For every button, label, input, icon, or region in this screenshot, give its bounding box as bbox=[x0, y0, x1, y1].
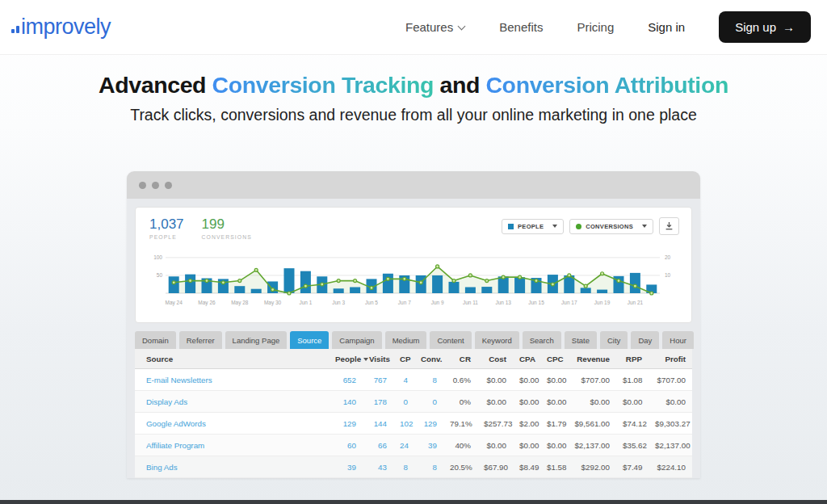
x-axis-tick: Jun 9 bbox=[431, 300, 444, 305]
line-point bbox=[650, 292, 653, 295]
value-cell: 144 bbox=[363, 412, 393, 434]
line-point bbox=[419, 280, 422, 284]
next-section-edge bbox=[0, 500, 827, 504]
col-header-rpp: RPP bbox=[616, 349, 649, 369]
table-row: Bing Ads39438820.5%$67.90$8.49$1.58$292.… bbox=[135, 456, 692, 477]
value-cell: $292.00 bbox=[568, 456, 616, 477]
value-cell: 8 bbox=[393, 456, 414, 477]
line-point bbox=[485, 279, 489, 282]
stat-label: CONVERSIONS bbox=[202, 234, 252, 240]
bar-people bbox=[630, 273, 640, 293]
download-icon bbox=[665, 221, 674, 230]
nav-item-pricing[interactable]: Pricing bbox=[577, 20, 614, 34]
nav-items: FeaturesBenefitsPricing bbox=[405, 20, 614, 34]
source-link-cell: Bing Ads bbox=[135, 456, 329, 477]
bar-people bbox=[581, 288, 591, 293]
value-cell: $7.49 bbox=[616, 456, 649, 477]
bar-people bbox=[449, 282, 460, 293]
value-cell: $2,137.00 bbox=[568, 434, 616, 456]
line-point bbox=[601, 271, 604, 275]
tab-landing-page: Landing Page bbox=[225, 331, 288, 349]
left-axis-tick: 50 bbox=[157, 272, 163, 278]
nav-item-benefits[interactable]: Benefits bbox=[499, 20, 543, 34]
value-cell: 0.6% bbox=[443, 368, 477, 390]
tab-hour: Hour bbox=[662, 331, 694, 349]
line-point bbox=[271, 288, 275, 291]
table-row: Affiliate Program6066243940%$0.00$0.00$0… bbox=[135, 434, 692, 456]
col-header-cpa: CPA bbox=[513, 349, 540, 369]
x-axis-tick: Jun 7 bbox=[398, 300, 411, 305]
value-cell: 20.5% bbox=[443, 456, 477, 477]
traffic-chart: 100502010May 24May 26May 28May 30Jun 1Ju… bbox=[148, 245, 679, 317]
value-cell: $0.00 bbox=[513, 434, 540, 456]
tab-day: Day bbox=[631, 331, 659, 349]
x-axis-tick: Jun 21 bbox=[628, 300, 644, 305]
x-axis-tick: Jun 1 bbox=[299, 300, 312, 305]
tab-content: Content bbox=[430, 331, 471, 349]
x-axis-tick: Jun 11 bbox=[463, 300, 478, 305]
improvely-logo[interactable]: improvely bbox=[11, 16, 111, 38]
value-cell: $0.00 bbox=[540, 390, 568, 412]
tab-medium: Medium bbox=[385, 331, 427, 349]
source-link-cell: E-mail Newsletters bbox=[135, 368, 329, 390]
col-header-conv: Conv. bbox=[414, 349, 443, 369]
nav-item-features[interactable]: Features bbox=[405, 20, 465, 34]
source-link-cell: Display Ads bbox=[135, 390, 329, 412]
value-cell: $0.00 bbox=[540, 434, 568, 456]
title-part: Advanced bbox=[99, 72, 212, 98]
value-cell: 129 bbox=[329, 412, 363, 434]
x-axis-tick: Jun 19 bbox=[594, 300, 611, 305]
series-select-label: PEOPLE bbox=[518, 223, 544, 230]
value-cell: 102 bbox=[393, 412, 414, 434]
value-cell: $224.10 bbox=[649, 456, 692, 477]
tab-campaign: Campaign bbox=[332, 331, 381, 349]
bar-people bbox=[432, 275, 443, 293]
bar-people bbox=[251, 288, 262, 292]
source-report-table: SourcePeopleVisitsCPConv.CRCostCPACPCRev… bbox=[135, 349, 692, 478]
line-point bbox=[551, 283, 554, 286]
bar-people bbox=[169, 276, 179, 293]
bar-people bbox=[234, 286, 245, 293]
nav-item-label: Features bbox=[405, 20, 453, 34]
right-axis-tick: 20 bbox=[665, 254, 671, 260]
window-dot-icon bbox=[165, 182, 172, 189]
sign-up-button[interactable]: Sign up → bbox=[719, 11, 811, 43]
table-body: E-mail Newsletters652767480.6%$0.00$0.00… bbox=[135, 368, 692, 477]
value-cell: $2.00 bbox=[513, 412, 540, 434]
series-select-people: PEOPLE bbox=[502, 219, 564, 234]
stat-value: 199 bbox=[202, 217, 252, 233]
nav-links: FeaturesBenefitsPricing Sign in Sign up … bbox=[405, 11, 811, 43]
line-point bbox=[189, 279, 192, 282]
value-cell: $0.00 bbox=[540, 368, 568, 390]
value-cell: 40% bbox=[443, 434, 477, 456]
bar-people bbox=[185, 274, 195, 292]
nav-item-label: Pricing bbox=[577, 20, 614, 34]
hero-section: Advanced Conversion Tracking and Convers… bbox=[0, 55, 827, 124]
value-cell: $707.00 bbox=[649, 368, 692, 390]
page-subtitle: Track clicks, conversions and revenue fr… bbox=[0, 106, 827, 124]
tab-referrer: Referrer bbox=[179, 331, 222, 349]
value-cell: $0.00 bbox=[616, 390, 649, 412]
line-point bbox=[436, 265, 439, 268]
tab-search: Search bbox=[523, 331, 561, 349]
col-header-cost: Cost bbox=[477, 349, 513, 369]
value-cell: $257.73 bbox=[477, 412, 513, 434]
table-row: Display Ads140178000%$0.00$0.00$0.00$0.0… bbox=[135, 390, 692, 412]
bar-people bbox=[334, 288, 344, 293]
value-cell: $0.00 bbox=[477, 368, 513, 390]
table-row: Google AdWords12914410212979.1%$257.73$2… bbox=[135, 412, 692, 434]
caret-down-icon bbox=[642, 225, 647, 228]
stat-value: 1,037 bbox=[149, 217, 184, 233]
tab-state: State bbox=[565, 331, 597, 349]
line-point bbox=[288, 292, 291, 295]
value-cell: $1.08 bbox=[616, 368, 649, 390]
line-point bbox=[518, 275, 522, 279]
line-point bbox=[172, 280, 175, 284]
tab-city: City bbox=[600, 331, 628, 349]
line-area-fill bbox=[174, 267, 652, 293]
sign-in-link[interactable]: Sign in bbox=[648, 20, 685, 34]
chart-card: 1,037PEOPLE199CONVERSIONS PEOPLECONVERSI… bbox=[135, 207, 692, 323]
bar-line-chart: 100502010May 24May 26May 28May 30Jun 1Ju… bbox=[148, 245, 681, 314]
value-cell: 60 bbox=[329, 434, 363, 456]
value-cell: 8 bbox=[414, 368, 443, 390]
